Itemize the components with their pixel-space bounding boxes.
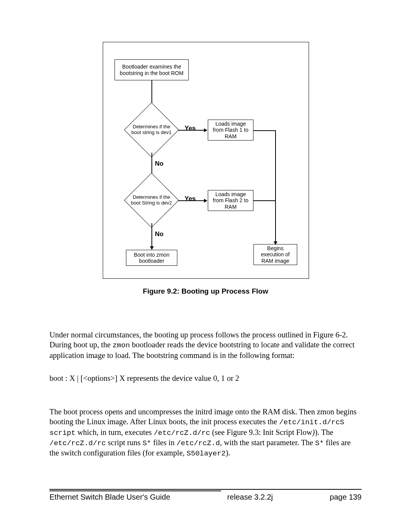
flow-connector xyxy=(275,130,276,243)
code-sstar2: S* xyxy=(315,439,324,447)
flow-connector xyxy=(151,223,152,247)
code-rczrc: /etc/rcZ.d/rc xyxy=(154,429,210,437)
document-page: Bootloader examines the bootstring in th… xyxy=(0,0,411,532)
flow-decision-dev1: Determines if the boot string is dev1 xyxy=(121,107,182,153)
no-label-2: No xyxy=(155,230,164,238)
flow-decision-dev1-text: Determines if the boot string is dev1 xyxy=(121,107,182,153)
code-sstar: S* xyxy=(142,439,151,447)
flowchart-diagram: Bootloader examines the bootstring in th… xyxy=(103,42,309,279)
footer-rule-short xyxy=(49,490,221,491)
arrow-right-icon xyxy=(204,128,207,132)
arrow-down-icon xyxy=(150,246,154,250)
flow-box-load-flash2: Loads image from Flash 2 to RAM xyxy=(208,190,253,211)
arrow-down-icon xyxy=(274,241,277,245)
flow-connector xyxy=(178,200,205,201)
text: ). The xyxy=(315,428,333,436)
yes-label-1: Yes xyxy=(185,125,196,132)
text: , with the start parameter. The xyxy=(220,438,315,447)
flow-box-load-flash1: Loads image from Flash 1 to RAM xyxy=(208,120,253,141)
flow-decision-dev2-text: Determines if the boot String is dev2 xyxy=(121,177,182,223)
arrow-right-icon xyxy=(204,199,207,203)
text: ). xyxy=(226,449,230,457)
text: (see Figure 9.3: Init Script Flow xyxy=(210,428,312,436)
paragraph-1: Under normal circumstances, the booting … xyxy=(49,330,362,360)
yes-label-2: Yes xyxy=(185,195,196,203)
boot-command-line: boot : X | [<options>] X represents the … xyxy=(49,373,362,383)
code-zmon: zmon xyxy=(113,341,130,350)
paragraph-2: The boot process opens and uncompresses … xyxy=(49,407,362,458)
page-footer: Ethernet Switch Blade User's Guide relea… xyxy=(49,489,362,502)
text: files in xyxy=(151,438,177,447)
code-rczrc2: /etc/rcZ.d/rc xyxy=(49,439,106,447)
text: which, in turn, executes xyxy=(75,428,154,436)
flow-decision-dev2: Determines if the boot String is dev2 xyxy=(121,177,182,223)
figure-caption: Figure 9.2: Booting up Process Flow xyxy=(103,287,308,296)
flow-connector xyxy=(253,200,276,201)
footer-rule xyxy=(49,489,362,490)
figure-wrap: Bootloader examines the bootstring in th… xyxy=(103,42,308,296)
footer-release: release 3.2.2j xyxy=(227,493,273,502)
text: script runs xyxy=(106,438,142,447)
flow-connector xyxy=(253,130,276,131)
footer-title: Ethernet Switch Blade User's Guide xyxy=(49,493,170,502)
flow-box-ram-exec: Begins execution of RAM image xyxy=(253,244,297,265)
flow-connector xyxy=(178,130,205,131)
code-rczd: /etc/rcZ.d xyxy=(177,439,220,447)
code-s50: S50layer2 xyxy=(186,449,226,458)
body-text-section: Under normal circumstances, the booting … xyxy=(49,330,362,459)
footer-page: page 139 xyxy=(330,493,362,502)
flow-box-start: Bootloader examines the bootstring in th… xyxy=(115,59,189,80)
no-label-1: No xyxy=(155,160,164,168)
flow-box-zmon: Boot into zmon bootloader xyxy=(126,250,177,266)
